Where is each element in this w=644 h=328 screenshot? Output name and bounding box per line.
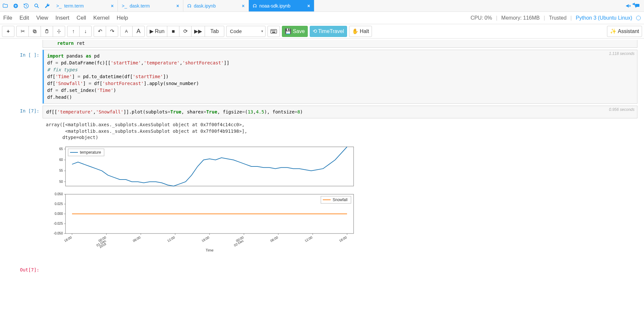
font-larger-button[interactable]: A bbox=[132, 26, 145, 37]
run-button[interactable]: ▶ Run bbox=[147, 26, 167, 37]
code-cell[interactable]: In [7]: 0.956 seconds df[['temperature',… bbox=[7, 106, 637, 118]
open-folder-icon[interactable] bbox=[0, 0, 10, 12]
matplotlib-figure: 50556065temperature-0.050-0.0250.0000.02… bbox=[46, 144, 360, 261]
svg-text:18:00: 18:00 bbox=[64, 235, 73, 243]
svg-rect-16 bbox=[65, 147, 354, 186]
svg-text:-0.050: -0.050 bbox=[54, 232, 63, 235]
paste-button[interactable] bbox=[41, 26, 53, 37]
cut-button[interactable]: ✂ bbox=[16, 26, 29, 37]
assistant-button[interactable]: ✨ Assistant bbox=[607, 26, 642, 37]
svg-point-12 bbox=[273, 30, 273, 30]
menu-cell[interactable]: Cell bbox=[77, 15, 86, 21]
output-text: array([<matplotlib.axes._subplots.AxesSu… bbox=[46, 122, 634, 141]
format-button[interactable] bbox=[53, 26, 65, 37]
undo-button[interactable]: ↶ bbox=[94, 26, 106, 37]
tab-dask-term[interactable]: >_ dask.term × bbox=[118, 0, 183, 11]
keyboard-button[interactable] bbox=[267, 26, 280, 37]
font-smaller-button[interactable]: A bbox=[120, 26, 133, 37]
svg-text:Time: Time bbox=[206, 248, 213, 252]
prompt-out: Out[7]: bbox=[7, 265, 43, 272]
svg-text:12:00: 12:00 bbox=[304, 235, 313, 243]
tab-label: dask.term bbox=[130, 3, 150, 9]
menu-kernel[interactable]: Kernel bbox=[93, 15, 109, 21]
status-memory: Memory: 116MB bbox=[501, 15, 540, 21]
toolbar: + ✂ ↑ ↓ ↶ ↷ A A ▶ Run ■ ⟳ ▶▶ Tab Code 💾 … bbox=[0, 24, 644, 39]
code-content[interactable]: return ret bbox=[46, 40, 634, 47]
timetravel-button[interactable]: ⟲ TimeTravel bbox=[310, 26, 347, 37]
svg-text:Snowfall: Snowfall bbox=[333, 198, 347, 202]
terminal-icon: >_ bbox=[122, 3, 127, 9]
prompt bbox=[7, 120, 43, 263]
menu-bar: File Edit View Insert Cell Kernel Help C… bbox=[0, 12, 644, 24]
close-icon[interactable]: × bbox=[111, 3, 114, 9]
svg-point-13 bbox=[274, 30, 274, 30]
celltype-select[interactable]: Code bbox=[226, 26, 266, 37]
status-trusted[interactable]: Trusted bbox=[549, 15, 567, 21]
new-file-icon[interactable] bbox=[10, 0, 21, 12]
close-icon[interactable]: × bbox=[307, 3, 310, 9]
svg-text:18:00: 18:00 bbox=[201, 235, 210, 243]
code-content[interactable]: df[['temperature','Snowfall']].plot(subp… bbox=[46, 109, 634, 115]
close-icon[interactable]: × bbox=[242, 3, 245, 9]
tab-label: noaa-sdk.ipynb bbox=[259, 3, 290, 9]
history-icon[interactable] bbox=[21, 0, 31, 12]
svg-text:temperature: temperature bbox=[80, 150, 101, 155]
output-cell: array([<matplotlib.axes._subplots.AxesSu… bbox=[7, 120, 637, 263]
exec-time: 1.118 seconds bbox=[609, 51, 635, 56]
svg-text:60: 60 bbox=[59, 158, 63, 162]
halt-button[interactable]: ✋ Halt bbox=[349, 26, 372, 37]
code-cell[interactable]: In [ ]: 1.118 seconds import pandas as p… bbox=[7, 50, 637, 104]
kernel-indicator-icon[interactable] bbox=[636, 16, 641, 20]
restart-button[interactable]: ⟳ bbox=[179, 26, 192, 37]
tab-term-term[interactable]: >_ term.term × bbox=[52, 0, 118, 11]
jupyter-icon: ☊ bbox=[187, 3, 191, 9]
tab-dask-ipynb[interactable]: ☊ dask.ipynb × bbox=[183, 0, 249, 11]
move-down-button[interactable]: ↓ bbox=[79, 26, 92, 37]
copy-button[interactable] bbox=[28, 26, 41, 37]
tabs-container: >_ term.term × >_ dask.term × ☊ dask.ipy… bbox=[52, 0, 623, 11]
svg-text:65: 65 bbox=[59, 147, 63, 150]
tab-button[interactable]: Tab bbox=[205, 26, 224, 37]
code-content[interactable]: import pandas as pd df = pd.DataFrame(fc… bbox=[47, 53, 634, 101]
exec-time: 0.956 seconds bbox=[609, 107, 635, 112]
interrupt-button[interactable]: ■ bbox=[167, 26, 179, 37]
wrench-icon[interactable] bbox=[42, 0, 52, 12]
run-all-button[interactable]: ▶▶ bbox=[191, 26, 205, 37]
svg-point-9 bbox=[59, 32, 59, 33]
move-up-button[interactable]: ↑ bbox=[67, 26, 80, 37]
insert-cell-below-button[interactable]: + bbox=[2, 26, 14, 37]
svg-point-11 bbox=[272, 30, 272, 30]
tab-noaa-sdk-ipynb[interactable]: ☊ noaa-sdk.ipynb × bbox=[249, 0, 314, 11]
terminal-icon: >_ bbox=[56, 3, 62, 9]
output-cell: Out[7]: bbox=[7, 265, 637, 272]
chat-icon[interactable]: ◀ bbox=[634, 0, 644, 12]
code-cell[interactable]: return ret bbox=[7, 40, 637, 48]
svg-rect-2 bbox=[34, 30, 36, 33]
status-cpu: CPU: 0% bbox=[470, 15, 492, 21]
redo-button[interactable]: ↷ bbox=[106, 26, 118, 37]
svg-text:0.000: 0.000 bbox=[55, 212, 63, 216]
svg-rect-3 bbox=[33, 30, 35, 32]
menu-edit[interactable]: Edit bbox=[19, 15, 29, 21]
status-kernel[interactable]: Python 3 (Ubuntu Linux) bbox=[576, 15, 632, 21]
svg-point-14 bbox=[275, 30, 275, 30]
status-bar: CPU: 0% | Memory: 116MB | Trusted | Pyth… bbox=[470, 15, 641, 21]
close-icon[interactable]: × bbox=[176, 3, 179, 9]
menu-view[interactable]: View bbox=[36, 15, 48, 21]
svg-rect-10 bbox=[271, 29, 277, 33]
menu-help[interactable]: Help bbox=[117, 15, 128, 21]
svg-text:55: 55 bbox=[59, 169, 63, 172]
prompt bbox=[7, 40, 43, 48]
svg-text:06:00: 06:00 bbox=[270, 235, 279, 243]
prompt: In [ ]: bbox=[7, 50, 43, 104]
save-button[interactable]: 💾 Save bbox=[282, 26, 307, 37]
svg-point-1 bbox=[35, 4, 38, 7]
menu-insert[interactable]: Insert bbox=[55, 15, 69, 21]
svg-point-6 bbox=[59, 29, 59, 30]
notebook-area[interactable]: return ret In [ ]: 1.118 seconds import … bbox=[0, 39, 644, 328]
chart-output: 50556065temperature-0.050-0.0250.0000.02… bbox=[46, 144, 634, 261]
svg-text:0.050: 0.050 bbox=[55, 192, 63, 196]
search-icon[interactable] bbox=[31, 0, 42, 12]
menu-file[interactable]: File bbox=[3, 15, 12, 21]
prompt: In [7]: bbox=[7, 106, 43, 118]
